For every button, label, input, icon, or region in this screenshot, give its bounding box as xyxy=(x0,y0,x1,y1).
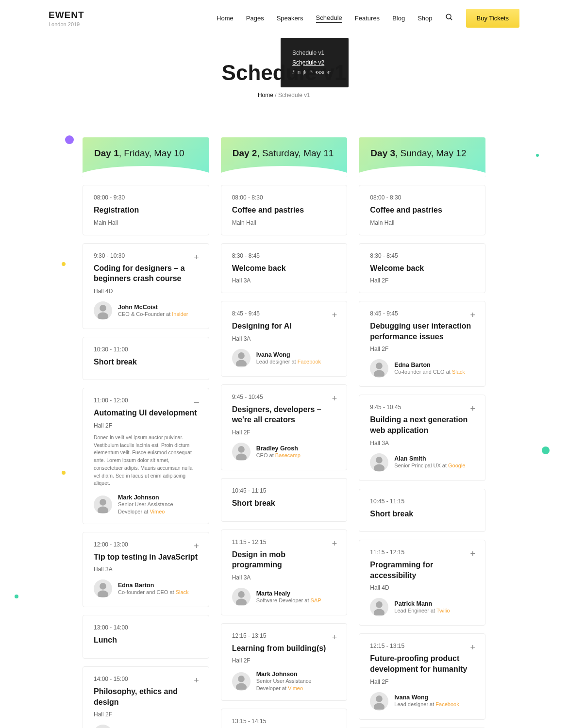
logo[interactable]: EWENT London 2019 xyxy=(49,10,84,27)
svg-point-27 xyxy=(374,609,384,616)
session-title: Welcome back xyxy=(370,263,474,274)
nav-speakers[interactable]: Speakers xyxy=(277,15,303,22)
speaker-company[interactable]: Slack xyxy=(452,369,465,375)
session-time: 14:00 - 15:00 xyxy=(94,676,198,682)
session-title: Tip top testing in JavaScript xyxy=(94,552,198,563)
session-location: Hall 2F xyxy=(370,277,474,284)
speaker-company[interactable]: Twilio xyxy=(436,608,450,613)
expand-icon[interactable]: + xyxy=(194,252,199,263)
speaker-company[interactable]: Facebook xyxy=(435,701,459,707)
speaker-role: Lead Engineer at Twilio xyxy=(394,607,450,614)
speaker: Marta HealySoftware Developer at SAP xyxy=(232,588,336,606)
session-card: 08:00 - 8:30Coffee and pastriesMain Hall xyxy=(221,185,348,235)
speaker: Mark JohnsonSenior User Assistance Devel… xyxy=(94,494,198,515)
speaker-role: Co-founder and CEO at Slack xyxy=(394,368,465,375)
speaker: Mark JohnsonSenior User Assistance Devel… xyxy=(232,671,336,692)
expand-icon[interactable]: + xyxy=(470,549,476,559)
speaker-company[interactable]: Basecamp xyxy=(275,452,301,458)
nav-pages[interactable]: Pages xyxy=(246,15,264,22)
expand-icon[interactable]: + xyxy=(332,539,337,549)
session-location: Hall 2F xyxy=(232,429,336,436)
nav-schedule[interactable]: Schedule xyxy=(316,14,342,23)
avatar xyxy=(94,579,112,598)
speaker-role: CEO at Basecamp xyxy=(256,452,301,459)
session-location: Hall 2F xyxy=(232,657,336,664)
expand-icon[interactable]: + xyxy=(194,676,199,686)
expand-icon[interactable]: + xyxy=(470,643,476,653)
page-title: Schedule v1 xyxy=(222,61,347,85)
session-title: Welcome back xyxy=(232,263,336,274)
speaker-name: Edna Barton xyxy=(118,582,189,589)
main-nav: Home Pages Speakers Schedule Features Bl… xyxy=(217,9,519,28)
decor-dot xyxy=(15,595,18,598)
session-card: 11:15 - 12:15Design in mob programmingHa… xyxy=(221,529,348,615)
avatar xyxy=(370,692,388,711)
speaker: John McCoistCEO & Co-Founder at Insider xyxy=(94,301,198,320)
session-location: Hall 4D xyxy=(370,584,474,591)
expand-icon[interactable]: + xyxy=(332,632,337,643)
decor-dot xyxy=(62,262,66,266)
svg-point-17 xyxy=(236,598,247,605)
speaker-role: Senior User Assistance Developer at Vime… xyxy=(118,501,198,515)
session-card: 10:45 - 11:15Short break xyxy=(221,478,348,522)
session-time: 9:30 - 10:30 xyxy=(94,252,198,259)
search-icon[interactable] xyxy=(445,13,453,23)
speaker-company[interactable]: SAP xyxy=(311,597,321,603)
speaker-company[interactable]: Slack xyxy=(176,589,189,595)
session-location: Hall 2F xyxy=(94,711,198,718)
session-time: 8:30 - 8:45 xyxy=(370,252,474,259)
session-card: 10:30 - 11:00Short break xyxy=(83,337,209,381)
svg-point-28 xyxy=(376,695,383,702)
svg-point-3 xyxy=(98,312,108,319)
session-time: 08:00 - 9:30 xyxy=(94,194,198,201)
breadcrumb-home[interactable]: Home xyxy=(258,92,273,99)
session-card: 11:00 - 12:00Automating UI developmentHa… xyxy=(83,388,209,524)
expand-icon[interactable]: + xyxy=(332,394,337,404)
session-title: Short break xyxy=(370,509,474,519)
speaker-company[interactable]: Vimeo xyxy=(288,685,303,691)
speaker-company[interactable]: Facebook xyxy=(298,359,321,364)
session-title: Design in mob programming xyxy=(232,549,336,570)
speaker-company[interactable]: Google xyxy=(448,463,465,468)
speaker-role: Lead designer at Facebook xyxy=(256,358,321,365)
svg-point-29 xyxy=(374,703,384,710)
session-card: 10:45 - 11:15Short break xyxy=(359,489,485,532)
svg-point-16 xyxy=(238,591,245,598)
logo-subtitle: London 2019 xyxy=(49,21,84,27)
day-header: Day 3, Sunday, May 12 xyxy=(359,137,485,177)
nav-features[interactable]: Features xyxy=(355,15,380,22)
nav-home[interactable]: Home xyxy=(217,15,234,22)
avatar xyxy=(94,301,112,320)
speaker: Ivana WongLead designer at Facebook xyxy=(370,692,474,711)
buy-tickets-button[interactable]: Buy Tickets xyxy=(466,9,519,28)
session-time: 9:45 - 10:45 xyxy=(232,394,336,400)
speaker-name: Ivana Wong xyxy=(394,694,459,701)
session-title: Designing for AI xyxy=(232,321,336,331)
speaker-name: Patrick Mann xyxy=(394,600,450,607)
expand-icon[interactable]: – xyxy=(194,397,199,407)
decor-dot xyxy=(542,447,550,454)
session-location: Main Hall xyxy=(370,219,474,226)
expand-icon[interactable]: + xyxy=(470,404,476,414)
svg-point-24 xyxy=(376,457,383,463)
session-title: Future-proofing product development for … xyxy=(370,653,474,674)
speaker-company[interactable]: Insider xyxy=(172,311,188,317)
session-card: 13:00 - 14:00Lunch xyxy=(83,615,209,659)
expand-icon[interactable]: + xyxy=(194,541,199,551)
speaker: Bradley GroshCEO at Basecamp xyxy=(232,443,336,461)
speaker-company[interactable]: Vimeo xyxy=(150,509,165,514)
svg-point-4 xyxy=(100,499,106,506)
session-card: 9:45 - 10:45Building a next generation w… xyxy=(359,395,485,480)
avatar xyxy=(94,496,112,514)
dropdown-schedule-v1[interactable]: Schedule v1 xyxy=(292,50,337,56)
nav-shop[interactable]: Shop xyxy=(418,15,432,22)
nav-blog[interactable]: Blog xyxy=(392,15,405,22)
day-column: Day 1, Friday, May 1008:00 - 9:30Registr… xyxy=(83,137,209,728)
day-label: Day 3, Sunday, May 12 xyxy=(370,148,474,159)
speaker-role: Senior User Assistance Developer at Vime… xyxy=(256,678,336,692)
session-title: Short break xyxy=(232,498,336,509)
expand-icon[interactable]: + xyxy=(470,310,476,320)
session-card: 8:30 - 8:45Welcome backHall 2F xyxy=(359,243,485,294)
speaker-name: Bradley Grosh xyxy=(256,445,301,452)
expand-icon[interactable]: + xyxy=(332,310,337,320)
